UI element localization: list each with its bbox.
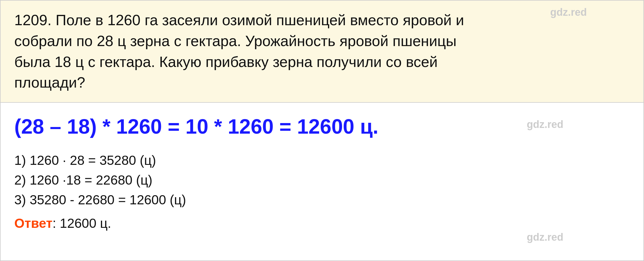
answer-text: : 12600 ц. [53,216,111,231]
steps-list: 1) 1260 · 28 = 35280 (ц) 2) 1260 ·18 = 2… [14,151,630,210]
problem-text: 1209. Поле в 1260 га засеяли озимой пшен… [14,10,630,93]
answer-line: Ответ: 12600 ц. [14,215,630,231]
problem-number: 1209. [14,12,51,28]
formula-text: (28 – 18) * 1260 = 10 * 1260 = 12600 ц. [14,115,378,138]
step-3: 3) 35280 - 22680 = 12600 (ц) [14,190,630,210]
problem-body: Поле в 1260 га засеяли озимой пшеницей в… [14,12,464,91]
solution-section: (28 – 18) * 1260 = 10 * 1260 = 12600 ц. … [0,103,644,261]
problem-section: 1209. Поле в 1260 га засеяли озимой пшен… [0,0,644,103]
step-1: 1) 1260 · 28 = 35280 (ц) [14,151,630,170]
step-2: 2) 1260 ·18 = 22680 (ц) [14,170,630,190]
main-formula: (28 – 18) * 1260 = 10 * 1260 = 12600 ц. [14,114,630,139]
watermark-2: gdz.red [527,231,563,243]
answer-label: Ответ [14,216,53,231]
